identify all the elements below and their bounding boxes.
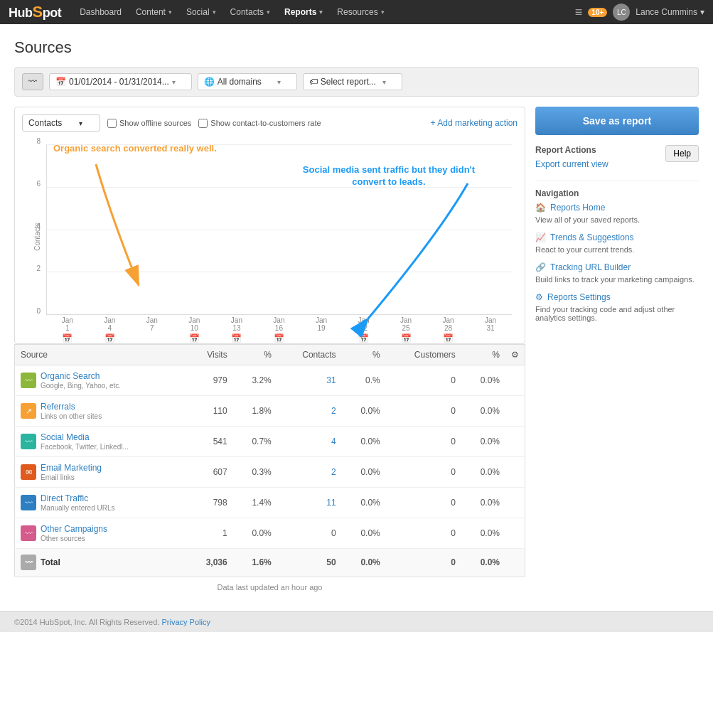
source-icon-email: ✉ (21, 464, 36, 480)
col-header-settings[interactable]: ⚙ (505, 345, 525, 365)
notification-badge[interactable]: 10+ (588, 8, 607, 17)
visits-pct-social: 0.7% (233, 427, 277, 457)
annotation-organic: Organic search converted really well. (53, 143, 217, 154)
privacy-policy-link[interactable]: Privacy Policy (161, 618, 210, 626)
show-rate-checkbox[interactable]: Show contact-to-customers rate (198, 119, 321, 128)
source-cell-total: 〰 Total (15, 549, 186, 577)
col-header-contacts-pct: % (342, 345, 386, 365)
user-name[interactable]: Lance Cummins ▾ (636, 7, 704, 17)
report-select[interactable]: 🏷 Select report... ▾ (303, 73, 402, 90)
calendar-icon-jan4: 📅 (104, 333, 115, 343)
col-header-contacts: Contacts (277, 345, 342, 365)
source-name-email[interactable]: Email Marketing (41, 463, 102, 473)
filter-bar: 〰 📅 01/01/2014 - 01/31/2014... ▾ 🌐 All d… (14, 67, 699, 97)
chart-area: Organic search converted really well. So… (22, 137, 518, 336)
x-label-jan31: Jan31 (485, 316, 496, 332)
tracking-url-link[interactable]: 🔗 Tracking URL Builder (535, 262, 699, 272)
nav-right: ≡ 10+ LC Lance Cummins ▾ (575, 4, 704, 21)
contacts-referrals[interactable]: 2 (277, 396, 342, 427)
contacts-pct-referrals: 0.0% (342, 396, 386, 427)
footer-text: ©2014 HubSpot, Inc. All Rights Reserved. (14, 618, 159, 626)
annotation-social: Social media sent traffic but they didn'… (303, 164, 475, 188)
source-name-other[interactable]: Other Campaigns (41, 524, 107, 534)
source-name-organic[interactable]: Organic Search (41, 371, 121, 381)
source-icon-organic: 〰 (21, 373, 36, 388)
nav-item-resources[interactable]: Resources ▾ (330, 0, 391, 24)
nav-trends: 📈 Trends & Suggestions React to your cur… (535, 232, 699, 254)
calendar-icon-jan13: 📅 (231, 333, 242, 343)
data-updated-text: Data last updated an hour ago (14, 577, 525, 597)
customers-other: 0 (386, 518, 461, 549)
source-icon-referrals: ↗ (21, 403, 36, 419)
report-actions-section: Report Actions Export current view Help (535, 145, 699, 172)
metric-dropdown[interactable]: Contacts ▾ (22, 114, 100, 132)
source-icon-other: 〰 (21, 525, 36, 541)
table-row: 〰 Social Media Facebook, Twitter, Linked… (15, 427, 525, 457)
source-sub-referrals: Links on other sites (41, 412, 102, 420)
nav-reports-home: 🏠 Reports Home View all of your saved re… (535, 203, 699, 224)
help-button[interactable]: Help (665, 145, 699, 162)
source-name-social[interactable]: Social Media (41, 432, 129, 442)
source-icon-total: 〰 (21, 555, 36, 570)
contacts-pct-direct: 0.0% (342, 488, 386, 518)
nav-item-dashboard[interactable]: Dashboard (73, 0, 129, 24)
customers-pct-direct: 0.0% (461, 488, 505, 518)
wave-button[interactable]: 〰 (22, 73, 43, 90)
visits-pct-direct: 1.4% (233, 488, 277, 518)
contacts-social[interactable]: 4 (277, 427, 342, 457)
nav-tracking-url: 🔗 Tracking URL Builder Build links to tr… (535, 262, 699, 284)
contacts-email[interactable]: 2 (277, 457, 342, 488)
x-label-jan1: Jan1 📅 (62, 316, 73, 343)
contacts-pct-organic: 0.% (342, 365, 386, 396)
gear-icon: ⚙ (535, 292, 543, 302)
domain-dropdown-arrow: ▾ (277, 78, 281, 86)
source-icon-direct: 〰 (21, 495, 36, 510)
trends-link[interactable]: 📈 Trends & Suggestions (535, 232, 699, 242)
wave-icon: 〰 (28, 77, 37, 87)
user-avatar[interactable]: LC (613, 4, 630, 21)
contacts-pct-email: 0.0% (342, 457, 386, 488)
visits-pct-referrals: 1.8% (233, 396, 277, 427)
col-header-source: Source (15, 345, 186, 365)
visits-other: 1 (186, 518, 233, 549)
nav-item-reports[interactable]: Reports ▾ (277, 0, 330, 24)
add-marketing-action-link[interactable]: + Add marketing action (431, 118, 518, 128)
hubspot-logo[interactable]: HubSpot (9, 3, 61, 21)
resources-dropdown-arrow: ▾ (381, 9, 385, 16)
chart-controls: Contacts ▾ Show offline sources Show con… (22, 114, 518, 132)
contacts-organic[interactable]: 31 (277, 365, 342, 396)
contacts-pct-other: 0.0% (342, 518, 386, 549)
x-label-jan10: Jan10 📅 (188, 316, 200, 343)
nav-item-social[interactable]: Social ▾ (179, 0, 223, 24)
date-dropdown-arrow: ▾ (172, 78, 176, 86)
contacts-direct[interactable]: 11 (277, 488, 342, 518)
reports-settings-link[interactable]: ⚙ Reports Settings (535, 292, 699, 302)
col-header-customers: Customers (386, 345, 461, 365)
date-range-select[interactable]: 📅 01/01/2014 - 01/31/2014... ▾ (49, 73, 192, 90)
col-header-visits: Visits (186, 345, 233, 365)
reports-dropdown-arrow: ▾ (319, 9, 323, 16)
customers-email: 0 (386, 457, 461, 488)
x-label-jan16: Jan16 📅 (273, 316, 284, 343)
source-name-direct[interactable]: Direct Traffic (41, 493, 115, 503)
source-icon-social: 〰 (21, 434, 36, 449)
visits-organic: 979 (186, 365, 233, 396)
contacts-pct-total: 0.0% (342, 549, 386, 577)
nav-reports-settings: ⚙ Reports Settings Find your tracking co… (535, 292, 699, 322)
export-link[interactable]: Export current view (535, 159, 660, 169)
x-label-jan25: Jan25 📅 (400, 316, 412, 343)
customers-pct-organic: 0.0% (461, 365, 505, 396)
source-name-referrals[interactable]: Referrals (41, 402, 102, 412)
source-cell-other: 〰 Other Campaigns Other sources (15, 518, 186, 549)
nav-item-content[interactable]: Content ▾ (129, 0, 179, 24)
show-offline-checkbox[interactable]: Show offline sources (107, 119, 191, 128)
reports-home-link[interactable]: 🏠 Reports Home (535, 203, 699, 213)
save-report-button[interactable]: Save as report (535, 107, 699, 135)
calendar-icon-jan16: 📅 (274, 333, 284, 343)
nav-item-contacts[interactable]: Contacts ▾ (223, 0, 277, 24)
navigation-title: Navigation (535, 188, 699, 198)
x-axis-labels: Jan1 📅 Jan4 📅 Jan7 Jan10 (46, 316, 512, 336)
domain-select[interactable]: 🌐 All domains ▾ (198, 73, 297, 90)
menu-icon[interactable]: ≡ (575, 5, 583, 20)
source-sub-other: Other sources (41, 535, 107, 542)
